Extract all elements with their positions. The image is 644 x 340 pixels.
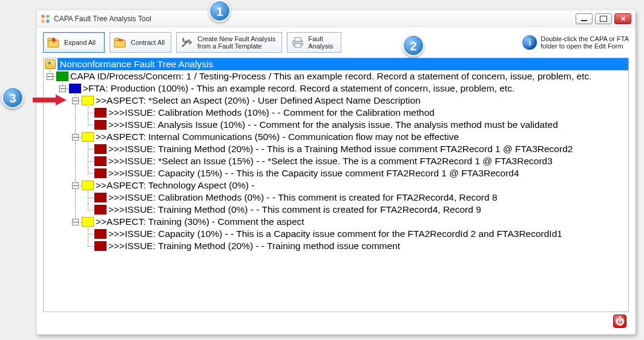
root-folder-icon	[45, 59, 56, 69]
tree-node-label: >>>ISSUE: Calibration Methods (10%) - - …	[108, 107, 435, 118]
aspect-folder-icon[interactable]	[82, 96, 94, 105]
tree-node-label: >>>ISSUE: Training Method (20%) - - This…	[108, 144, 573, 155]
issue-folder-icon[interactable]	[94, 229, 107, 239]
tree-node-label: >>ASPECT: Training (30%) - Comment the a…	[96, 216, 304, 227]
printer-icon	[291, 36, 304, 48]
tree-node-issue[interactable]: >>>ISSUE: Capacity (15%) - - This is the…	[44, 167, 628, 179]
collapse-toggle[interactable]	[72, 98, 79, 104]
issue-folder-icon[interactable]	[94, 108, 107, 118]
tree-node-label: >>>ISSUE: Analysis Issue (10%) - - Comme…	[108, 119, 558, 130]
info-hint: i Double-click the CAPA or FTAfolder to …	[522, 35, 629, 50]
issue-folder-icon[interactable]	[94, 144, 107, 154]
issue-folder-icon[interactable]	[94, 241, 107, 251]
root-label: Nonconformance Fault Tree Analysis	[58, 58, 628, 70]
expand-all-icon	[47, 36, 61, 48]
tree-node-label: >>>ISSUE: Capacity (15%) - - This is the…	[108, 168, 519, 179]
collapse-toggle[interactable]	[72, 182, 79, 189]
svg-rect-5	[295, 38, 301, 41]
tree-view[interactable]: Nonconformance Fault Tree Analysis CAPA …	[43, 58, 629, 312]
tree-node-issue[interactable]: >>>ISSUE: Calibration Methods (10%) - - …	[44, 107, 628, 119]
tree-node-capa[interactable]: CAPA ID/Process/Concern: 1 / Testing-Pro…	[44, 70, 628, 82]
tools-icon	[180, 36, 194, 48]
window-title: CAPA Fault Tree Analysis Tool	[54, 15, 151, 23]
tree-node-label: CAPA ID/Process/Concern: 1 / Testing-Pro…	[70, 71, 592, 82]
tree-node-issue[interactable]: >>>ISSUE: Analysis Issue (10%) - - Comme…	[44, 119, 628, 131]
tree-node-aspect[interactable]: >>ASPECT: Internal Communications (50%) …	[44, 131, 628, 143]
tree-node-issue[interactable]: >>>ISSUE: Training Method (20%) - - Trai…	[44, 240, 628, 252]
power-button[interactable]: ⏻	[613, 315, 626, 328]
app-icon	[41, 14, 50, 24]
tree-node-label: >>ASPECT: Technology Aspect (0%) -	[96, 180, 255, 191]
svg-rect-2	[114, 40, 125, 47]
tree-node-label: >FTA: Production (100%) - This an exampl…	[83, 83, 514, 94]
tree-node-issue[interactable]: >>>ISSUE: *Select an Issue (15%) - - *Se…	[44, 155, 628, 167]
issue-folder-icon[interactable]	[94, 205, 107, 215]
create-fault-template-label: Create New Fault Analysisfrom a Fault Te…	[197, 35, 275, 50]
aspect-folder-icon[interactable]	[82, 217, 94, 227]
create-fault-template-button[interactable]: Create New Fault Analysisfrom a Fault Te…	[176, 32, 282, 53]
tree-node-aspect[interactable]: >>ASPECT: Training (30%) - Comment the a…	[44, 216, 628, 228]
collapse-toggle[interactable]	[72, 219, 79, 225]
callout-1: 1	[209, 0, 231, 22]
minimize-button[interactable]	[576, 13, 593, 24]
fault-analysis-label: FaultAnalysis	[308, 35, 333, 50]
tree-node-issue[interactable]: >>>ISSUE: Calibration Methods (0%) - - T…	[44, 192, 628, 204]
maximize-button[interactable]	[595, 13, 612, 24]
tree-node-label: >>>ISSUE: Capacity (10%) - - This is a C…	[108, 228, 562, 239]
tree-node-issue[interactable]: >>>ISSUE: Training Method (0%) - - This …	[44, 204, 628, 216]
contract-all-icon	[114, 36, 127, 48]
issue-folder-icon[interactable]	[94, 120, 107, 130]
fta-folder-icon[interactable]	[69, 84, 81, 93]
titlebar: CAPA Fault Tree Analysis Tool ✕	[37, 10, 635, 27]
aspect-folder-icon[interactable]	[82, 132, 94, 142]
svg-rect-6	[295, 44, 301, 47]
aspect-folder-icon[interactable]	[82, 181, 94, 190]
app-window: CAPA Fault Tree Analysis Tool ✕ Expand A…	[36, 10, 636, 335]
tree-node-label: >>ASPECT: *Select an Aspect (20%) - User…	[96, 95, 421, 106]
collapse-toggle[interactable]	[72, 134, 79, 141]
contract-all-label: Contract All	[131, 39, 165, 46]
tree-node-aspect[interactable]: >>ASPECT: *Select an Aspect (20%) - User…	[44, 95, 628, 107]
tree-node-aspect[interactable]: >>ASPECT: Technology Aspect (0%) -	[44, 179, 628, 192]
toolbar: Expand All Contract All Create New Fault…	[37, 27, 635, 58]
tree-node-label: >>>ISSUE: Calibration Methods (0%) - - T…	[108, 192, 498, 203]
window-controls: ✕	[576, 13, 631, 24]
issue-folder-icon[interactable]	[94, 193, 107, 202]
collapse-toggle[interactable]	[47, 73, 53, 80]
tree-node-label: >>>ISSUE: Training Method (20%) - - Trai…	[108, 241, 400, 252]
issue-folder-icon[interactable]	[94, 156, 107, 166]
tree-node-fta[interactable]: >FTA: Production (100%) - This an exampl…	[44, 82, 628, 95]
tree-root[interactable]: Nonconformance Fault Tree Analysis	[44, 58, 628, 70]
fault-analysis-button[interactable]: FaultAnalysis	[287, 32, 341, 53]
expand-all-button[interactable]: Expand All	[43, 32, 105, 53]
info-icon: i	[522, 35, 537, 50]
callout-arrow-3	[31, 93, 68, 107]
capa-folder-icon[interactable]	[56, 72, 68, 81]
issue-folder-icon[interactable]	[94, 168, 107, 178]
close-button[interactable]: ✕	[614, 13, 631, 24]
collapse-toggle[interactable]	[59, 85, 66, 92]
tree-node-label: >>>ISSUE: *Select an Issue (15%) - - *Se…	[108, 156, 553, 167]
expand-all-label: Expand All	[64, 39, 96, 46]
callout-3: 3	[2, 87, 24, 108]
contract-all-button[interactable]: Contract All	[110, 32, 171, 53]
tree-node-label: >>ASPECT: Internal Communications (50%) …	[96, 132, 459, 142]
callout-2: 2	[402, 35, 424, 56]
tree-node-label: >>>ISSUE: Training Method (0%) - - This …	[108, 204, 481, 215]
tree-node-issue[interactable]: >>>ISSUE: Training Method (20%) - - This…	[44, 143, 628, 155]
tree-node-issue[interactable]: >>>ISSUE: Capacity (10%) - - This is a C…	[44, 228, 628, 240]
